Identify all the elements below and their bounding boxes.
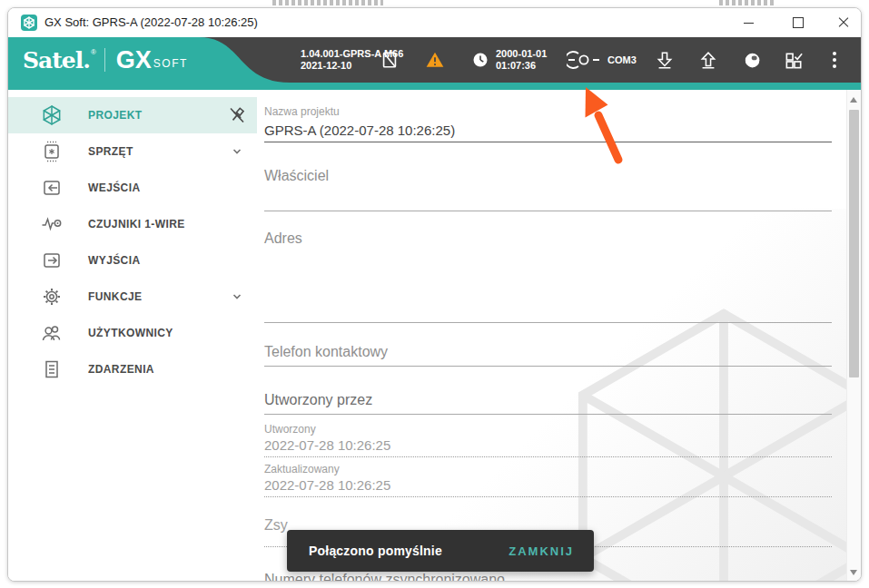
sidebar-item-sprzet[interactable]: SPRZĘT bbox=[8, 133, 257, 170]
toast-notification: Połączono pomyślnie ZAMKNIJ bbox=[287, 530, 594, 572]
project-name-underline bbox=[264, 142, 832, 142]
brand-logo: Satel.® GX SOFT bbox=[23, 37, 188, 83]
phone-label: Telefon kontaktowy bbox=[264, 344, 388, 360]
toast-message: Połączono pomyślnie bbox=[309, 544, 442, 558]
owner-underline[interactable] bbox=[264, 211, 832, 211]
chip-icon bbox=[41, 141, 63, 162]
registered-mark: ® bbox=[91, 48, 96, 56]
inputs-icon bbox=[41, 177, 63, 199]
gx-soft-label: SOFT bbox=[153, 57, 188, 70]
phone-underline[interactable] bbox=[264, 366, 832, 367]
project-name-label: Nazwa projektu bbox=[264, 105, 340, 118]
address-underline[interactable] bbox=[264, 322, 832, 323]
project-form: Nazwa projektu GPRS-A (2022-07-28 10:26:… bbox=[257, 90, 846, 581]
data-compare-icon[interactable] bbox=[783, 49, 805, 71]
sidebar-item-funkcje[interactable]: FUNKCJE bbox=[8, 279, 257, 315]
created-underline bbox=[264, 456, 832, 457]
phones-synced-text-clipped: Numery telefonów zsynchronizowano bbox=[264, 572, 505, 582]
sidebar-item-wyjscia[interactable]: WYJŚCIA bbox=[8, 242, 257, 279]
sidebar-nav: PROJEKT SPRZĘT WEJŚCIA bbox=[8, 90, 257, 581]
cropped-text-artifact bbox=[272, 0, 383, 5]
device-clock: 2000-01-01 01:07:36 bbox=[496, 48, 547, 72]
created-by-underline[interactable] bbox=[264, 414, 832, 415]
teal-strip bbox=[8, 83, 861, 90]
chevron-down-icon bbox=[226, 286, 248, 308]
synced-label-clipped: Zsy bbox=[264, 517, 288, 534]
scroll-down-arrow[interactable] bbox=[850, 570, 857, 575]
owner-label: Właściciel bbox=[264, 168, 329, 184]
scrollbar-thumb[interactable] bbox=[849, 110, 859, 377]
upload-icon[interactable] bbox=[697, 49, 719, 71]
users-icon bbox=[41, 322, 63, 344]
created-value: 2022-07-28 10:26:25 bbox=[264, 437, 390, 453]
cropped-text-artifact bbox=[719, 0, 774, 5]
app-header: Satel.® GX SOFT 1.04.001-GPRS-A M66 2021… bbox=[8, 37, 861, 83]
close-button[interactable] bbox=[830, 14, 857, 32]
minimize-button[interactable] bbox=[735, 14, 762, 32]
download-icon[interactable] bbox=[654, 49, 676, 71]
toast-close-button[interactable]: ZAMKNIJ bbox=[509, 544, 574, 558]
sidebar-item-zdarzenia[interactable]: ZDARZENIA bbox=[8, 351, 257, 387]
updated-label: Zaktualizowany bbox=[264, 463, 340, 475]
app-window: GX Soft: GPRS-A (2022-07-28 10:26:25) Sa… bbox=[7, 7, 862, 582]
outputs-icon bbox=[41, 250, 63, 271]
no-card-icon[interactable] bbox=[379, 49, 400, 71]
warning-icon[interactable] bbox=[424, 49, 446, 71]
background-watermark bbox=[438, 209, 855, 582]
window-title: GX Soft: GPRS-A (2022-07-28 10:26:25) bbox=[44, 15, 258, 29]
satel-wordmark: Satel. bbox=[23, 47, 90, 74]
created-by-label: Utworzony przez bbox=[264, 392, 372, 408]
vertical-scrollbar[interactable] bbox=[846, 90, 861, 581]
updated-underline bbox=[264, 496, 832, 497]
kebab-menu-icon[interactable] bbox=[824, 49, 845, 71]
scroll-up-arrow[interactable] bbox=[850, 97, 857, 103]
sidebar-item-uzytkownicy[interactable]: UŻYTKOWNICY bbox=[8, 315, 257, 351]
project-hex-icon bbox=[41, 104, 63, 126]
gear-icon bbox=[41, 286, 63, 308]
connect-icon[interactable] bbox=[567, 49, 601, 71]
events-log-icon bbox=[41, 358, 63, 380]
window-titlebar: GX Soft: GPRS-A (2022-07-28 10:26:25) bbox=[8, 8, 861, 37]
chevron-down-icon bbox=[226, 141, 248, 162]
globe-icon[interactable] bbox=[741, 49, 763, 71]
sidebar-item-czujniki-1-wire[interactable]: CZUJNIKI 1-WIRE bbox=[8, 206, 257, 242]
sidebar-item-wejscia[interactable]: WEJŚCIA bbox=[8, 170, 257, 206]
com-port-label: COM3 bbox=[607, 54, 637, 66]
address-label: Adres bbox=[264, 230, 302, 247]
created-label: Utworzony bbox=[264, 423, 316, 436]
sidebar-item-projekt[interactable]: PROJEKT bbox=[8, 97, 257, 133]
clock-icon bbox=[469, 49, 491, 71]
project-name-value[interactable]: GPRS-A (2022-07-28 10:26:25) bbox=[264, 122, 455, 138]
maximize-button[interactable] bbox=[785, 14, 812, 32]
updated-value: 2022-07-28 10:26:25 bbox=[264, 477, 390, 493]
pin-off-icon[interactable] bbox=[226, 104, 248, 126]
gx-logo: GX bbox=[116, 46, 152, 74]
app-icon bbox=[21, 15, 37, 31]
brand-divider bbox=[104, 48, 105, 72]
sensor-wave-icon bbox=[41, 213, 63, 235]
